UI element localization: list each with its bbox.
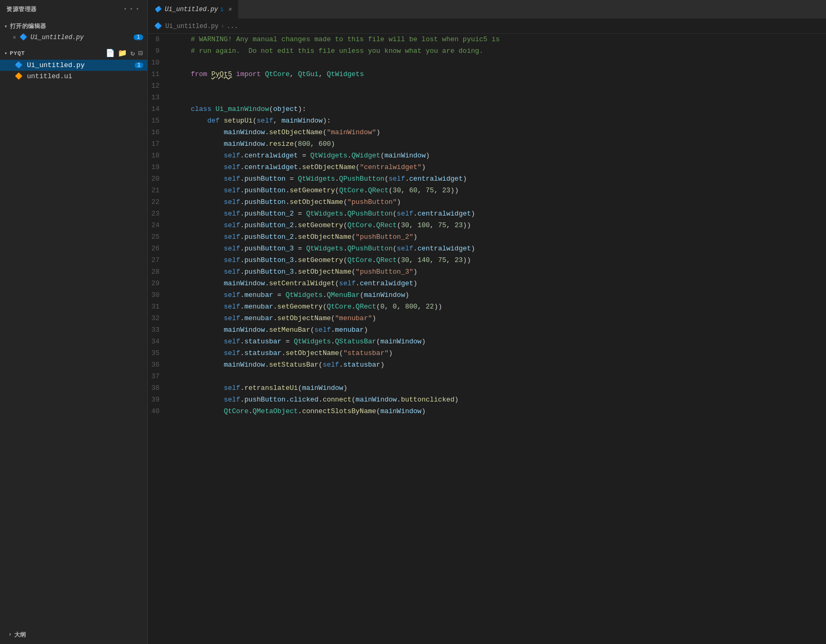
code-content[interactable]: # WARNING! Any manual changes made to th… xyxy=(174,34,826,644)
ui-file-icon: 🔶 xyxy=(15,72,23,80)
chevron-down-icon: ▾ xyxy=(4,23,8,30)
ln-15: 15 xyxy=(148,115,166,127)
ln-13: 13 xyxy=(148,92,166,104)
open-file-name: Ui_untitled.py xyxy=(31,34,84,41)
code-line-30: self . menubar = QtWidgets . QMenuBar ( … xyxy=(174,290,815,301)
ln-9: 9 xyxy=(148,45,166,57)
code-line-28: self . pushButton_3 . setObjectName ( "p… xyxy=(174,266,815,278)
code-line-17: mainWindow . resize ( 800 , 600 ) xyxy=(174,138,815,150)
outline-toggle[interactable]: › 大纲 xyxy=(4,629,143,641)
code-editor[interactable]: 8 9 10 11 12 13 14 15 16 17 18 19 20 21 … xyxy=(148,34,826,644)
sidebar: 资源管理器 ··· ▾ 打开的编辑器 ✕ 🔷 Ui_untitled.py 1 … xyxy=(0,0,148,644)
code-line-34: self . statusbar = QtWidgets . QStatusBa… xyxy=(174,336,815,348)
ln-22: 22 xyxy=(148,197,166,208)
close-icon[interactable]: ✕ xyxy=(13,34,16,41)
pyqt-section: ▾ PYQT 📄 📁 ↻ ⊟ 🔷 Ui_untitled.py 1 🔶 unti… xyxy=(0,46,147,82)
sidebar-more-button[interactable]: ··· xyxy=(123,4,141,14)
py-file-icon: 🔷 xyxy=(15,61,23,69)
code-line-13 xyxy=(174,92,815,104)
ln-33: 33 xyxy=(148,324,166,336)
ln-31: 31 xyxy=(148,301,166,313)
tab-close-button[interactable]: ✕ xyxy=(228,5,231,13)
code-line-15: def setupUi ( self , mainWindow ): xyxy=(174,115,815,127)
ln-18: 18 xyxy=(148,150,166,162)
ln-40: 40 xyxy=(148,406,166,417)
pyqt-label: PYQT xyxy=(10,50,25,57)
file-item-ui[interactable]: 🔶 untitled.ui xyxy=(0,71,147,82)
code-line-39: self . pushButton . clicked . connect ( … xyxy=(174,394,815,406)
code-line-23: self . pushButton_2 = QtWidgets . QPushB… xyxy=(174,208,815,220)
ln-27: 27 xyxy=(148,255,166,266)
ln-30: 30 xyxy=(148,290,166,301)
breadcrumb: 🔷 Ui_untitled.py › ... xyxy=(148,19,826,34)
ln-16: 16 xyxy=(148,127,166,138)
ln-20: 20 xyxy=(148,173,166,185)
sidebar-title: 资源管理器 xyxy=(6,5,37,13)
new-file-icon[interactable]: 📄 xyxy=(106,49,115,58)
code-line-37 xyxy=(174,371,815,382)
ln-24: 24 xyxy=(148,220,166,231)
code-line-12 xyxy=(174,80,815,92)
code-line-22: self . pushButton . setObjectName ( "pus… xyxy=(174,197,815,208)
tab-badge: 1 xyxy=(220,6,224,13)
ln-21: 21 xyxy=(148,185,166,197)
code-line-20: self . pushButton = QtWidgets . QPushBut… xyxy=(174,173,815,185)
py-file-badge: 1 xyxy=(135,62,143,68)
ln-32: 32 xyxy=(148,313,166,324)
ln-23: 23 xyxy=(148,208,166,220)
ln-8: 8 xyxy=(148,34,166,45)
ln-28: 28 xyxy=(148,266,166,278)
file-item-py[interactable]: 🔷 Ui_untitled.py 1 xyxy=(0,60,147,71)
code-line-25: self . pushButton_2 . setObjectName ( "p… xyxy=(174,231,815,243)
ln-25: 25 xyxy=(148,231,166,243)
ln-39: 39 xyxy=(148,394,166,406)
open-editors-label: 打开的编辑器 xyxy=(10,22,46,30)
code-line-33: mainWindow . setMenuBar ( self . menubar… xyxy=(174,324,815,336)
code-line-9: # run again. Do not edit this file unles… xyxy=(174,45,815,57)
code-line-14: class Ui_mainWindow ( object ): xyxy=(174,104,815,115)
code-line-35: self . statusbar . setObjectName ( "stat… xyxy=(174,348,815,359)
pyqt-toggle[interactable]: ▾ PYQT 📄 📁 ↻ ⊟ xyxy=(0,46,147,60)
code-line-38: self . retranslateUi ( mainWindow ) xyxy=(174,382,815,394)
ln-19: 19 xyxy=(148,162,166,173)
ln-36: 36 xyxy=(148,359,166,371)
new-folder-icon[interactable]: 📁 xyxy=(118,49,127,58)
ln-29: 29 xyxy=(148,278,166,290)
code-line-29: mainWindow . setCentralWidget ( self . c… xyxy=(174,278,815,290)
editor-area: 🔷 Ui_untitled.py 1 ✕ 🔷 Ui_untitled.py › … xyxy=(148,0,826,644)
editor-tab[interactable]: 🔷 Ui_untitled.py 1 ✕ xyxy=(148,0,239,19)
ln-14: 14 xyxy=(148,104,166,115)
code-line-8: # WARNING! Any manual changes made to th… xyxy=(174,34,815,45)
code-line-32: self . menubar . setObjectName ( "menuba… xyxy=(174,313,815,324)
open-editors-section: ▾ 打开的编辑器 ✕ 🔷 Ui_untitled.py 1 xyxy=(0,18,147,44)
sidebar-header: 资源管理器 ··· xyxy=(0,0,147,18)
code-line-11: from PyQt5 import QtCore , QtGui , QtWid… xyxy=(174,69,815,80)
ln-37: 37 xyxy=(148,371,166,382)
collapse-icon[interactable]: ⊟ xyxy=(138,49,143,58)
breadcrumb-filename[interactable]: Ui_untitled.py xyxy=(165,23,219,30)
code-line-26: self . pushButton_3 = QtWidgets . QPushB… xyxy=(174,243,815,255)
tab-bar: 🔷 Ui_untitled.py 1 ✕ xyxy=(148,0,826,19)
code-line-40: QtCore . QMetaObject . connectSlotsByNam… xyxy=(174,406,815,417)
code-line-31: self . menubar . setGeometry ( QtCore . … xyxy=(174,301,815,313)
tab-filename: Ui_untitled.py xyxy=(165,6,218,13)
code-line-24: self . pushButton_2 . setGeometry ( QtCo… xyxy=(174,220,815,231)
breadcrumb-file-icon: 🔷 xyxy=(154,22,162,30)
ln-35: 35 xyxy=(148,348,166,359)
chevron-down-icon: ▾ xyxy=(4,50,8,57)
ln-34: 34 xyxy=(148,336,166,348)
refresh-icon[interactable]: ↻ xyxy=(130,49,135,58)
open-editors-toggle[interactable]: ▾ 打开的编辑器 xyxy=(0,20,147,32)
ln-38: 38 xyxy=(148,382,166,394)
line-numbers: 8 9 10 11 12 13 14 15 16 17 18 19 20 21 … xyxy=(148,34,174,644)
code-line-36: mainWindow . setStatusBar ( self . statu… xyxy=(174,359,815,371)
open-editor-item[interactable]: ✕ 🔷 Ui_untitled.py 1 xyxy=(0,32,147,42)
ln-11: 11 xyxy=(148,69,166,80)
tab-file-icon: 🔷 xyxy=(154,6,162,13)
code-line-16: mainWindow . setObjectName ( "mainWindow… xyxy=(174,127,815,138)
sidebar-bottom: › 大纲 xyxy=(0,626,147,644)
code-line-21: self . pushButton . setGeometry ( QtCore… xyxy=(174,185,815,197)
ui-file-name: untitled.ui xyxy=(27,72,72,80)
breadcrumb-more[interactable]: ... xyxy=(227,23,238,30)
ln-26: 26 xyxy=(148,243,166,255)
